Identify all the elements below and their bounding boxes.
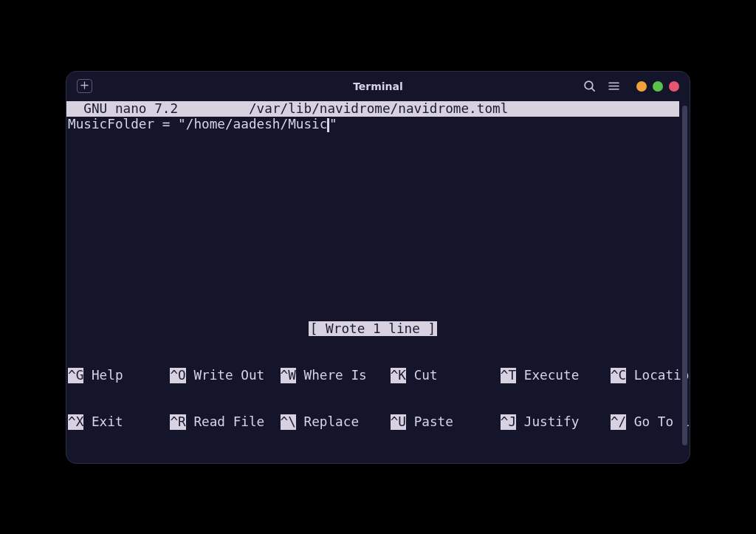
shortcut-key: ^W: [281, 368, 296, 383]
help-item: ^G Help: [68, 368, 170, 383]
status-bar: [ Wrote 1 line ]: [66, 321, 679, 337]
shortcut-label: Read File: [186, 414, 281, 430]
shortcut-key: ^/: [611, 414, 626, 430]
shortcut-label: Paste: [406, 414, 501, 430]
shortcut-key: ^K: [391, 368, 406, 383]
maximize-button[interactable]: [653, 81, 663, 92]
terminal-content[interactable]: GNU nano 7.2 /var/lib/navidrome/navidrom…: [66, 101, 679, 463]
shortcut-key: ^R: [170, 414, 185, 430]
help-row: ^G Help ^O Write Out ^W Where Is ^K Cut …: [68, 368, 679, 383]
shortcut-label: Write Out: [186, 368, 281, 383]
help-item: ^K Cut: [391, 368, 501, 383]
search-icon[interactable]: [583, 80, 596, 92]
scrollbar[interactable]: [679, 101, 690, 463]
terminal-window: Terminal GNU nano 7.2 /var/lib/navidrome…: [66, 71, 690, 464]
shortcut-key: ^J: [501, 414, 516, 430]
shortcut-label: Where Is: [296, 368, 391, 383]
editor-area[interactable]: MusicFolder = "/home/aadesh/Music": [66, 117, 679, 321]
help-item: ^U Paste: [391, 414, 501, 430]
scrollbar-thumb[interactable]: [682, 106, 687, 445]
help-item: ^R Read File: [170, 414, 280, 430]
help-row: ^X Exit ^R Read File ^\ Replace ^U Paste…: [68, 414, 679, 430]
nano-header: GNU nano 7.2 /var/lib/navidrome/navidrom…: [66, 101, 679, 117]
cursor: [327, 118, 329, 132]
shortcut-key: ^U: [391, 414, 406, 430]
shortcut-label: Execute: [516, 368, 611, 383]
shortcut-key: ^\: [281, 414, 296, 430]
shortcut-label: Replace: [296, 414, 391, 430]
help-item: ^O Write Out: [170, 368, 280, 383]
titlebar: Terminal: [66, 72, 690, 101]
shortcut-label: Cut: [406, 368, 501, 383]
help-item: ^J Justify: [501, 414, 611, 430]
help-item: ^T Execute: [501, 368, 611, 383]
terminal-body: GNU nano 7.2 /var/lib/navidrome/navidrom…: [66, 101, 690, 463]
shortcut-label: Exit: [83, 414, 170, 430]
shortcut-label: Justify: [516, 414, 611, 430]
shortcut-key: ^G: [68, 368, 83, 383]
shortcut-key: ^X: [68, 414, 83, 430]
help-item: ^X Exit: [68, 414, 170, 430]
shortcut-label: Help: [83, 368, 170, 383]
new-tab-button[interactable]: [77, 79, 92, 93]
help-item: ^/ Go To Line: [611, 414, 690, 430]
hamburger-menu-icon[interactable]: [608, 80, 620, 92]
window-controls: [636, 81, 679, 92]
help-item: ^\ Replace: [281, 414, 391, 430]
help-rows: ^G Help ^O Write Out ^W Where Is ^K Cut …: [66, 337, 679, 463]
minimize-button[interactable]: [636, 81, 647, 92]
shortcut-key: ^O: [170, 368, 185, 383]
shortcut-key: ^T: [501, 368, 516, 383]
shortcut-key: ^C: [611, 368, 626, 383]
help-item: ^W Where Is: [281, 368, 391, 383]
editor-line: MusicFolder = "/home/aadesh/Music: [68, 117, 327, 131]
titlebar-right-controls: [583, 80, 679, 92]
help-item: ^C Location: [611, 368, 690, 383]
close-button[interactable]: [669, 81, 679, 92]
